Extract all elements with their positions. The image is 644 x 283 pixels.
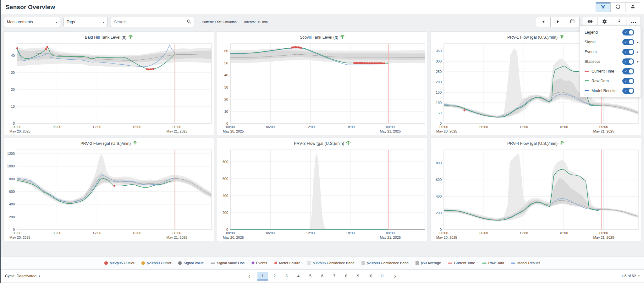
chart-plot[interactable]: 010203040506000:00May 20, 202506:0012:00… [217, 41, 427, 134]
svg-text:May 20, 2025: May 20, 2025 [223, 236, 244, 239]
svg-text:May 20, 2025: May 20, 2025 [436, 129, 457, 133]
signal-view-button[interactable] [596, 2, 611, 12]
chart-plot[interactable]: 020040060080000:00May 20, 202506:0012:00… [431, 147, 641, 240]
svg-text:40: 40 [224, 73, 228, 77]
measurements-dropdown[interactable]: Measurements ▾ [4, 17, 60, 27]
step-back-button[interactable] [536, 17, 551, 27]
settings-item-signal[interactable]: Signal✓▸ [580, 37, 641, 47]
svg-text:May 21, 2025: May 21, 2025 [593, 236, 614, 239]
pagination-page-5[interactable]: 5 [305, 272, 316, 280]
svg-text:06:00: 06:00 [52, 125, 61, 129]
pagination-page-8[interactable]: 8 [341, 272, 352, 280]
svg-text:200: 200 [223, 211, 228, 215]
chart-title-row: PRV-3 Flow (gal (U.S.)/min) [217, 138, 427, 147]
search-icon[interactable] [187, 19, 191, 25]
pagination: ‹1234567891011› [243, 272, 402, 280]
pagination-page-3[interactable]: 3 [281, 272, 292, 280]
pagination-prev-button[interactable]: ‹ [243, 272, 256, 280]
svg-text:200: 200 [436, 80, 442, 84]
svg-text:12:00: 12:00 [93, 231, 102, 235]
pagination-page-7[interactable]: 7 [329, 272, 340, 280]
chart-plot[interactable]: 02004006008001000120000:00May 20, 202506… [4, 147, 214, 240]
legend-item-meter-failure: ✖Meter Failure [274, 261, 300, 265]
svg-text:600: 600 [223, 177, 228, 181]
pagination-page-10[interactable]: 10 [365, 272, 376, 280]
svg-text:300: 300 [436, 59, 442, 63]
svg-text:12:00: 12:00 [520, 125, 528, 129]
pagination-page-11[interactable]: 11 [377, 272, 388, 280]
pagination-page-9[interactable]: 9 [353, 272, 364, 280]
footer-bar: Cycle: Deactivated ▾ ‹1234567891011› 1-6… [1, 269, 644, 282]
svg-text:1000: 1000 [7, 164, 15, 168]
current-time-toggle[interactable]: ✓ [622, 68, 634, 74]
legend-item-p05-p95-confidence-band: p05/p95 Confidence Band [307, 261, 355, 265]
svg-text:06:00: 06:00 [266, 231, 275, 235]
measurements-dropdown-label: Measurements [7, 20, 33, 24]
svg-text:20: 20 [224, 97, 228, 101]
pagination-page-2[interactable]: 2 [269, 272, 280, 280]
statistics-toggle[interactable]: ✓ [622, 58, 634, 65]
chart-title: Bald Hill Tank Level (ft) [85, 35, 127, 40]
chart-legend-bar: p05/p95 Outlierp20/p80 OutlierSignal Val… [1, 256, 644, 269]
svg-text:May 21, 2025: May 21, 2025 [593, 129, 614, 133]
settings-item-statistics[interactable]: Statistics✓▸ [580, 57, 641, 66]
diamond-marker-icon [251, 261, 255, 264]
chart-plot[interactable]: 020040060080000:00May 20, 202506:0012:00… [217, 147, 427, 240]
legend-item-label: Raw Data [488, 261, 504, 265]
legend-item-label: Model Results [517, 261, 540, 265]
pagination-page-1[interactable]: 1 [257, 272, 268, 280]
ellipsis-icon [631, 19, 636, 25]
svg-text:May 20, 2025: May 20, 2025 [223, 129, 244, 133]
chart-title-row: PRV-2 Flow (gal (U.S.)/min) [4, 138, 214, 147]
model-results-toggle[interactable]: ✓ [622, 88, 634, 94]
svg-text:12:00: 12:00 [306, 125, 315, 129]
svg-text:40: 40 [11, 54, 15, 57]
chart-plot[interactable]: 01020304000:00May 20, 202506:0012:0018:0… [4, 41, 214, 134]
eye-icon [587, 19, 593, 25]
settings-item-legend[interactable]: Legend✓ [580, 27, 641, 37]
polygon-view-button[interactable] [610, 2, 625, 12]
svg-text:800: 800 [436, 161, 442, 165]
submenu-chevron-icon[interactable]: ▸ [635, 41, 639, 44]
chart-card-prv-2-flow-gal-u-s-min: PRV-2 Flow (gal (U.S.)/min)0200400600800… [3, 138, 214, 241]
submenu-chevron-icon[interactable]: ▸ [635, 50, 639, 53]
pagination-next-button[interactable]: › [389, 272, 402, 280]
toolbar: Measurements ▾ Tags ▾ Pattern: Last 2 mo… [1, 14, 644, 30]
legend-item-label: Signal Value Line [217, 261, 245, 265]
submenu-chevron-icon[interactable]: ▸ [635, 60, 639, 63]
raw-data-toggle[interactable]: ✓ [622, 78, 634, 84]
settings-item-model-results[interactable]: Model Results✓ [580, 86, 641, 95]
legend-toggle[interactable]: ✓ [622, 29, 634, 35]
cross-marker-icon: ✖ [274, 261, 277, 265]
signal-status-icon [559, 35, 564, 40]
svg-text:May 21, 2025: May 21, 2025 [380, 236, 401, 239]
signal-toggle[interactable]: ✓ [622, 39, 634, 45]
settings-item-events[interactable]: Events✓▸ [580, 47, 641, 57]
svg-text:350: 350 [436, 49, 442, 53]
user-button[interactable] [625, 2, 640, 12]
step-forward-button[interactable] [550, 17, 565, 27]
wifi-icon [600, 4, 606, 10]
chart-card-scovill-tank-level-ft: Scovill Tank Level (ft)010203040506000:0… [217, 31, 428, 135]
chart-card-bald-hill-tank-level-ft: Bald Hill Tank Level (ft)01020304000:00M… [3, 31, 214, 135]
legend-item-events: Events [252, 261, 267, 265]
pagination-page-6[interactable]: 6 [317, 272, 328, 280]
settings-item-raw-data[interactable]: Raw Data✓ [580, 76, 641, 86]
search-input[interactable] [113, 19, 187, 24]
svg-text:18:00: 18:00 [346, 125, 355, 129]
settings-item-label: Legend [585, 30, 622, 35]
events-toggle[interactable]: ✓ [622, 49, 634, 55]
tags-dropdown[interactable]: Tags ▾ [63, 17, 107, 27]
cycle-dropdown[interactable]: Cycle: Deactivated ▾ [5, 274, 40, 278]
chart-title: PRV-4 Flow (gal (U.S.)/min) [507, 141, 558, 146]
square-marker-icon [307, 261, 311, 265]
date-picker-button[interactable] [565, 17, 580, 27]
pagination-page-4[interactable]: 4 [293, 272, 304, 280]
svg-text:50: 50 [224, 61, 228, 65]
svg-text:1200: 1200 [7, 152, 15, 155]
svg-text:10: 10 [224, 110, 228, 113]
settings-item-label: Raw Data [592, 79, 622, 83]
settings-item-current-time[interactable]: Current Time✓ [580, 66, 641, 76]
signal-status-icon [128, 35, 133, 40]
page-range-dropdown[interactable]: 1-6 of 62 ▾ [621, 274, 640, 278]
